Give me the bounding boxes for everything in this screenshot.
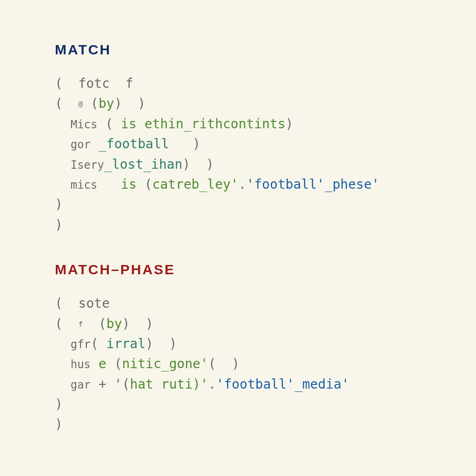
code-line: ( f (by) ) <box>55 314 476 334</box>
section-heading-match: MATCH <box>55 42 476 58</box>
identifier: hat ruti)' <box>130 377 208 392</box>
paren: ( <box>145 177 152 192</box>
paren: ( <box>114 356 122 371</box>
code-line: mics is (catreb_ley'.'football'_phese' <box>55 174 476 194</box>
underscore: _ <box>104 157 112 172</box>
paren: ) <box>183 157 191 172</box>
string-literal: 'football'_phese' <box>246 177 380 192</box>
code-line: ) <box>55 215 476 235</box>
code-line: ) <box>55 414 476 434</box>
paren: ) <box>285 116 293 132</box>
code-line: gfr( irral) ) <box>55 334 476 354</box>
token: f <box>126 76 133 91</box>
identifier: football <box>106 136 169 152</box>
paren: ( <box>105 116 113 132</box>
token: Isery <box>71 159 104 172</box>
token: Mics <box>71 118 98 131</box>
code-line: ( @ (by) ) <box>55 93 476 113</box>
identifier: lost_ihan <box>112 157 183 172</box>
underscore: _ <box>99 136 106 152</box>
paren: ) <box>192 136 200 152</box>
identifier: catreb_ley' <box>152 177 238 192</box>
paren: ) <box>145 316 153 331</box>
identifier: nitic_gone' <box>122 356 208 371</box>
paren: ( <box>55 76 63 91</box>
token: sote <box>79 296 110 311</box>
paren: ( <box>208 356 216 371</box>
keyword-by: by <box>106 316 122 331</box>
dot: . <box>238 177 246 192</box>
token: hus <box>71 358 91 371</box>
token: fotc <box>79 76 110 91</box>
paren: ) <box>169 336 177 351</box>
identifier: ethin_rithcontints <box>145 116 285 132</box>
paren: ) <box>232 356 240 371</box>
paren: ) <box>138 96 145 111</box>
paren: ) <box>122 316 130 331</box>
paren: ) <box>114 96 122 111</box>
code-page: MATCH ( fotc f ( @ (by) ) Mics ( is ethi… <box>0 0 476 476</box>
operator: + <box>99 377 106 392</box>
code-line: ) <box>55 194 476 214</box>
dot: . <box>208 377 216 392</box>
match-code-block: ( fotc f ( @ (by) ) Mics ( is ethin_rith… <box>55 73 476 235</box>
code-line: Isery_lost_ihan) ) <box>55 154 476 174</box>
paren: '( <box>114 377 130 392</box>
token: gor <box>71 138 91 151</box>
paren: ( <box>91 96 99 111</box>
paren: ) <box>145 336 153 351</box>
identifier: irral <box>106 336 145 351</box>
token: gar <box>71 378 91 391</box>
keyword-is: is <box>121 177 137 192</box>
paren: ( <box>55 96 63 111</box>
code-line: gor _football ) <box>55 134 476 154</box>
token: gfr <box>71 338 91 351</box>
paren: ( <box>55 296 63 311</box>
paren: ) <box>55 197 63 212</box>
paren: ) <box>206 157 214 172</box>
paren: ) <box>55 217 63 232</box>
token: f <box>79 320 83 329</box>
string-literal: 'football'_media' <box>216 377 350 392</box>
paren: ) <box>55 416 63 432</box>
token: mics <box>71 178 98 192</box>
code-line: Mics ( is ethin_rithcontints) <box>55 114 476 134</box>
paren: ( <box>91 336 99 351</box>
paren: ) <box>55 397 63 412</box>
code-line: hus e (nitic_gone'( ) <box>55 354 476 374</box>
match-phase-code-block: ( sote ( f (by) ) gfr( irral) ) hus e (n… <box>55 293 476 435</box>
glyph-icon: @ <box>79 99 83 108</box>
keyword-by: by <box>99 96 114 111</box>
section-heading-match-phase: MATCH–PHASE <box>55 262 476 278</box>
keyword-is: is <box>121 116 137 132</box>
code-line: ( fotc f <box>55 73 476 93</box>
code-line: ( sote <box>55 293 476 313</box>
paren: ( <box>99 316 106 331</box>
keyword: e <box>99 356 106 371</box>
code-line: gar + '(hat ruti)'.'football'_media' <box>55 374 476 394</box>
paren: ( <box>55 316 63 331</box>
code-line: ) <box>55 394 476 414</box>
